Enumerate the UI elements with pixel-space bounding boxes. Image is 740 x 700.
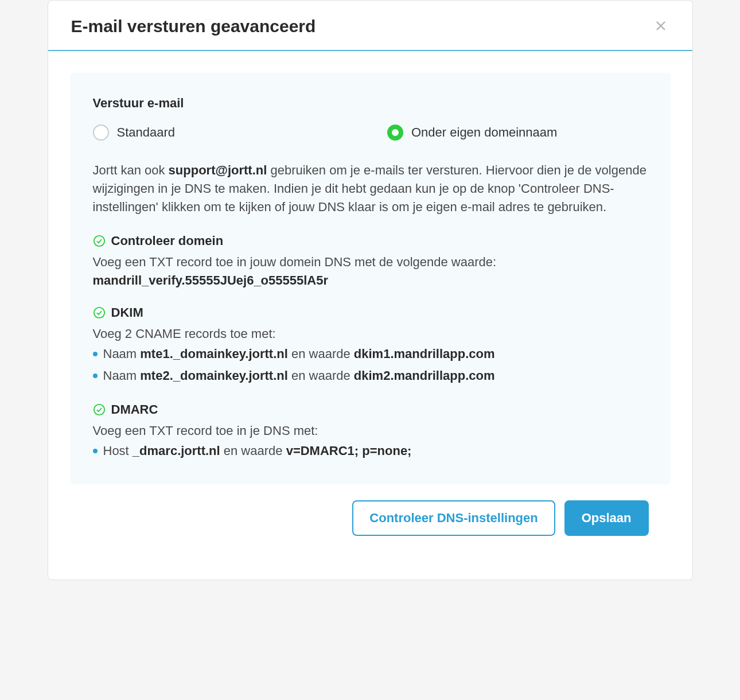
section-domain: Controleer domein Voeg een TXT record to…: [93, 234, 648, 290]
dkim-item-text: Naam mte1._domainkey.jortt.nl en waarde …: [103, 343, 495, 364]
description-text: Jortt kan ook support@jortt.nl gebruiken…: [93, 161, 648, 216]
section-dkim: DKIM Voeg 2 CNAME records toe met: Naam …: [93, 305, 648, 386]
radio-icon: [93, 125, 109, 141]
modal-title: E-mail versturen geavanceerd: [71, 17, 316, 36]
email-advanced-modal: E-mail versturen geavanceerd Verstuur e-…: [48, 0, 693, 580]
modal-body: Verstuur e-mail Standaard Onder eigen do…: [48, 51, 692, 580]
settings-panel: Verstuur e-mail Standaard Onder eigen do…: [70, 73, 671, 484]
dkim-item-text: Naam mte2._domainkey.jortt.nl en waarde …: [103, 365, 495, 386]
section-desc-dmarc: Voeg een TXT record toe in je DNS met:: [93, 422, 648, 440]
domain-desc-text: Voeg een TXT record toe in jouw domein D…: [93, 255, 497, 269]
section-title-dmarc: DMARC: [111, 402, 158, 417]
radio-option-standard[interactable]: Standaard: [93, 125, 353, 141]
check-circle-icon: [93, 306, 106, 319]
list-item: Naam mte2._domainkey.jortt.nl en waarde …: [93, 365, 648, 386]
check-circle-icon: [93, 403, 106, 416]
section-dmarc: DMARC Voeg een TXT record toe in je DNS …: [93, 402, 648, 461]
section-header-domain: Controleer domein: [93, 234, 648, 248]
bullet-icon: [93, 449, 98, 453]
section-header-dkim: DKIM: [93, 305, 648, 320]
radio-label-own-domain: Onder eigen domeinnaam: [411, 125, 557, 140]
panel-heading: Verstuur e-mail: [93, 96, 648, 111]
bullet-icon: [93, 352, 98, 356]
svg-point-3: [94, 308, 104, 318]
list-item: Naam mte1._domainkey.jortt.nl en waarde …: [93, 343, 648, 364]
desc-email: support@jortt.nl: [169, 163, 267, 177]
radio-label-standard: Standaard: [117, 125, 176, 140]
check-dns-button[interactable]: Controleer DNS-instellingen: [352, 500, 555, 536]
save-button[interactable]: Opslaan: [564, 500, 649, 536]
modal-header: E-mail versturen geavanceerd: [48, 1, 692, 51]
section-title-dkim: DKIM: [111, 305, 143, 320]
desc-before: Jortt kan ook: [93, 163, 169, 177]
radio-option-own-domain[interactable]: Onder eigen domeinnaam: [387, 125, 648, 141]
section-header-dmarc: DMARC: [93, 402, 648, 417]
radio-icon-selected: [387, 125, 403, 141]
bullet-icon: [93, 374, 98, 378]
dmarc-list: Host _dmarc.jortt.nl en waarde v=DMARC1;…: [93, 440, 648, 461]
svg-point-2: [94, 236, 104, 246]
modal-footer: Controleer DNS-instellingen Opslaan: [70, 500, 671, 558]
check-circle-icon: [93, 235, 106, 247]
svg-point-4: [94, 405, 104, 415]
list-item: Host _dmarc.jortt.nl en waarde v=DMARC1;…: [93, 440, 648, 461]
section-desc-domain: Voeg een TXT record toe in jouw domein D…: [93, 253, 648, 290]
domain-value: mandrill_verify.55555JUej6_o55555lA5r: [93, 273, 329, 287]
close-icon: [655, 20, 667, 32]
close-button[interactable]: [652, 17, 669, 36]
dkim-list: Naam mte1._domainkey.jortt.nl en waarde …: [93, 343, 648, 386]
section-desc-dkim: Voeg 2 CNAME records toe met:: [93, 325, 648, 343]
radio-group: Standaard Onder eigen domeinnaam: [93, 125, 648, 141]
section-title-domain: Controleer domein: [111, 234, 224, 248]
dmarc-item-text: Host _dmarc.jortt.nl en waarde v=DMARC1;…: [103, 440, 412, 461]
